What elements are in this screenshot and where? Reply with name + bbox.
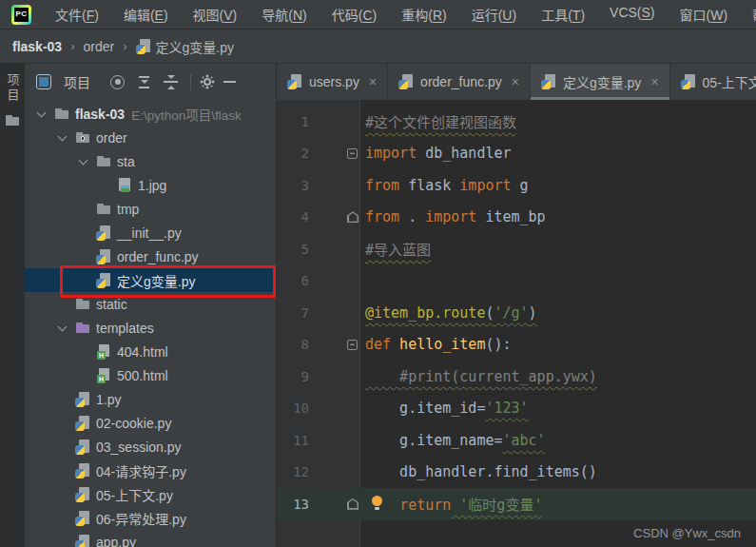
- close-tab-icon[interactable]: ×: [369, 74, 377, 89]
- chevron-down-icon[interactable]: [76, 154, 91, 169]
- code-line-2[interactable]: 2−import db_handler: [277, 138, 756, 170]
- close-tab-icon[interactable]: ×: [650, 74, 658, 89]
- project-view-icon[interactable]: [36, 74, 51, 89]
- breadcrumb-label: flask-03: [12, 39, 62, 54]
- fold-collapse-icon[interactable]: −: [347, 340, 358, 350]
- pycharm-logo-icon: PC: [11, 5, 31, 25]
- tree-item-flask-03[interactable]: flask-03E:\python项目\flask: [25, 102, 276, 126]
- code-line-12[interactable]: 12 db_handler.find_items(): [277, 457, 756, 489]
- breadcrumb-separator: ›: [70, 39, 74, 53]
- tree-item-05-上下文.py[interactable]: 05-上下文.py: [25, 482, 276, 506]
- menu-item-u[interactable]: 运行(U): [459, 5, 529, 24]
- fold-end-icon[interactable]: [347, 211, 359, 223]
- tab-label: users.py: [309, 74, 359, 89]
- fold-collapse-icon[interactable]: −: [347, 148, 358, 159]
- code-line-9[interactable]: 9 #print(current_app.ywx): [277, 361, 756, 393]
- tree-item-404.html[interactable]: 404.html: [25, 340, 276, 363]
- code-token: from: [365, 208, 399, 225]
- hide-panel-icon[interactable]: [223, 81, 236, 83]
- editor-tab-order_func.py[interactable]: order_func.py×: [388, 64, 531, 100]
- project-tree: flask-03E:\python项目\flaskordersta1.jpgtm…: [25, 100, 276, 547]
- settings-gear-icon[interactable]: [204, 78, 211, 86]
- project-stripe-button[interactable]: 项目: [4, 73, 22, 104]
- code-text: from . import item_bp: [360, 208, 546, 225]
- tree-item-order[interactable]: order: [25, 126, 276, 149]
- code-editor[interactable]: 1#这个文件创建视图函数2−import db_handler3from fla…: [277, 100, 756, 547]
- code-token: from: [365, 177, 399, 194]
- code-text: return '临时g变量': [360, 494, 542, 514]
- tree-item-定义g变量.py[interactable]: 定义g变量.py: [25, 268, 276, 292]
- code-lines: 1#这个文件创建视图函数2−import db_handler3from fla…: [277, 100, 756, 520]
- collapse-all-icon[interactable]: [164, 75, 178, 89]
- editor-tab-定义g变量.py[interactable]: 定义g变量.py×: [531, 64, 670, 100]
- code-token: import: [459, 177, 511, 194]
- locate-file-icon[interactable]: [110, 75, 125, 89]
- chevron-down-icon[interactable]: [55, 130, 70, 146]
- menu-item-e[interactable]: 编辑(E): [111, 5, 181, 24]
- code-line-6[interactable]: 6: [277, 265, 756, 298]
- chevron-slot: [76, 225, 91, 241]
- menu-item-t[interactable]: 工具(T): [529, 5, 597, 24]
- toolbar-divider: [190, 74, 191, 90]
- tree-item-app.py[interactable]: app.py: [25, 530, 276, 547]
- code-line-4[interactable]: 4from . import item_bp: [277, 202, 756, 234]
- close-tab-icon[interactable]: ×: [512, 74, 519, 89]
- code-token: '/g': [494, 304, 528, 322]
- csdn-watermark: CSDN @Ywx_csdn: [633, 526, 741, 540]
- tree-item-order_func.py[interactable]: order_func.py: [25, 244, 276, 268]
- code-text: #这个文件创建视图函数: [360, 111, 516, 131]
- tree-item-label: 03_session.py: [96, 440, 182, 455]
- chevron-down-icon[interactable]: [34, 107, 49, 122]
- editor-tab-users.py[interactable]: users.py×: [277, 64, 388, 100]
- folder-icon: [75, 130, 90, 146]
- breadcrumb-item[interactable]: 定义g变量.py: [136, 37, 234, 56]
- tree-item-sta[interactable]: sta: [25, 149, 276, 173]
- code-line-5[interactable]: 5#导入蓝图: [277, 233, 756, 265]
- code-line-3[interactable]: 3from flask import g: [277, 169, 756, 202]
- folder-icon[interactable]: [5, 113, 20, 128]
- tree-item-04-请求钩子.py[interactable]: 04-请求钩子.py: [25, 459, 276, 482]
- editor-tab-05-上下文.py[interactable]: 05-上下文.py×: [670, 64, 756, 100]
- tree-item-tmp[interactable]: tmp: [25, 197, 276, 221]
- menu-item-h[interactable]: 帮助(H): [740, 5, 756, 24]
- expand-all-icon[interactable]: [137, 75, 151, 89]
- code-token: @item_bp.route: [365, 304, 485, 322]
- code-token: import: [365, 145, 417, 162]
- menu-item-n[interactable]: 导航(N): [249, 5, 319, 24]
- menu-item-w[interactable]: 窗口(W): [668, 5, 741, 24]
- tree-item-label: app.py: [96, 535, 136, 547]
- menu-item-r[interactable]: 重构(R): [389, 5, 458, 24]
- tree-item-03_session.py[interactable]: 03_session.py: [25, 435, 276, 459]
- code-text: db_handler.find_items(): [360, 463, 597, 480]
- menu-item-v[interactable]: 视图(V): [181, 5, 250, 24]
- tree-item-06-异常处理.py[interactable]: 06-异常处理.py: [25, 506, 276, 530]
- tree-item-500.html[interactable]: 500.html: [25, 363, 276, 387]
- menu-item-s[interactable]: VCS(S): [597, 5, 667, 24]
- tree-item-templates[interactable]: templates: [25, 316, 276, 340]
- tree-item-1.jpg[interactable]: 1.jpg: [25, 173, 276, 197]
- code-line-11[interactable]: 11 g.item_name='abc': [277, 424, 756, 457]
- project-toolbar-title[interactable]: 项目: [64, 72, 90, 91]
- fold-end-icon[interactable]: [347, 498, 359, 510]
- code-line-13[interactable]: 13 return '临时g变量': [277, 488, 756, 520]
- code-line-8[interactable]: 8−def hello_item():: [277, 329, 756, 361]
- tree-item-static[interactable]: static: [25, 292, 276, 316]
- python-file-icon: [681, 74, 696, 89]
- chevron-slot: [76, 202, 91, 217]
- code-line-1[interactable]: 1#这个文件创建视图函数: [277, 106, 756, 138]
- left-side: 项目 项目 flask-03E:\python项目\flaskordersta1…: [0, 64, 277, 547]
- menu-item-f[interactable]: 文件(F): [43, 5, 111, 24]
- chevron-slot: [76, 273, 91, 288]
- code-line-7[interactable]: 7@item_bp.route('/g'): [277, 297, 756, 329]
- breadcrumb-item[interactable]: order: [84, 39, 115, 54]
- chevron-slot: [76, 249, 91, 264]
- tree-item-02-cookie.py[interactable]: 02-cookie.py: [25, 411, 276, 435]
- tree-item-__init__.py[interactable]: __init__.py: [25, 221, 276, 244]
- tree-item-1.py[interactable]: 1.py: [25, 387, 276, 411]
- code-line-10[interactable]: 10 g.item_id='123': [277, 393, 756, 425]
- tree-item-label: 1.py: [96, 392, 121, 407]
- intention-bulb-icon[interactable]: [372, 496, 383, 510]
- chevron-down-icon[interactable]: [55, 321, 70, 336]
- breadcrumb-item[interactable]: flask-03: [12, 39, 62, 54]
- menu-item-c[interactable]: 代码(C): [320, 5, 389, 24]
